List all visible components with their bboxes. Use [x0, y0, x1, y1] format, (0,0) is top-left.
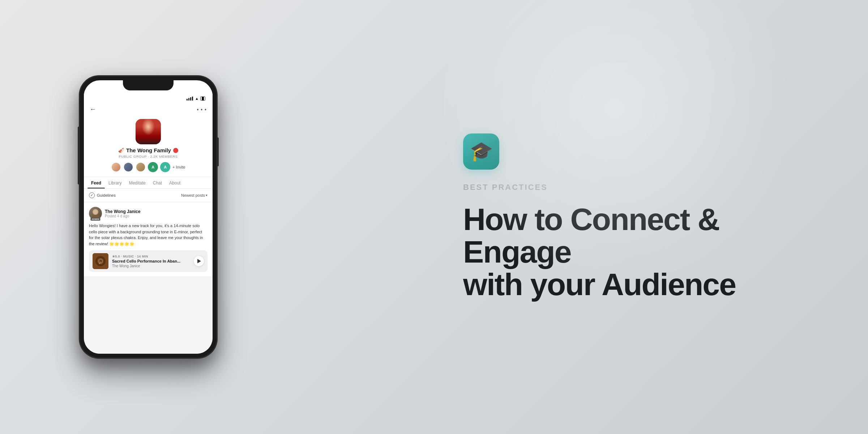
post-text: Hello Wongies! I have a new track for yo…: [89, 223, 208, 247]
sort-button[interactable]: Newest posts ▾: [181, 193, 208, 197]
screen-content: ▲ █ ← • • • 🎻 The Wong Family: [84, 90, 213, 354]
phone-screen: ▲ █ ← • • • 🎻 The Wong Family: [84, 80, 213, 354]
guidelines-icon: ✓: [89, 192, 95, 198]
member-avatars-row: A A + Invite: [111, 162, 185, 172]
guidelines-left: ✓ Guidelines: [89, 192, 116, 198]
feed-content: ✓ Guidelines Newest posts ▾: [84, 189, 213, 277]
more-menu-button[interactable]: • • •: [197, 107, 207, 112]
back-button[interactable]: ←: [90, 106, 96, 113]
group-name: The Wong Family: [126, 147, 171, 153]
play-icon: [197, 259, 201, 263]
post-author-name: The Wong Janice: [105, 209, 208, 214]
tab-feed[interactable]: Feed: [87, 177, 105, 188]
music-thumbnail: ♪: [93, 253, 108, 269]
music-title: Sacred Cello Performance In Aban...: [112, 259, 190, 263]
signal-icon: [187, 97, 193, 101]
tab-about[interactable]: About: [166, 177, 184, 188]
phone-device: ▲ █ ← • • • 🎻 The Wong Family: [80, 76, 217, 358]
post-avatar-wrap: ADMIN: [89, 207, 102, 220]
status-bar: ▲ █: [84, 90, 213, 103]
member-avatar-2: [123, 162, 133, 172]
admin-badge: ADMIN: [90, 218, 100, 221]
sort-label: Newest posts: [181, 193, 205, 197]
music-artist: The Wong Janice: [112, 264, 190, 268]
headline-line2: with your Audience: [463, 267, 736, 302]
music-rating: ★5.0: [112, 255, 120, 258]
post-time: Posted 4 d ago: [105, 214, 208, 218]
right-section: 🎓 BEST PRACTICES How to Connect & Engage…: [434, 133, 868, 301]
post-card: ADMIN The Wong Janice Posted 4 d ago Hel…: [84, 203, 213, 276]
group-name-emoji: 🎻: [118, 148, 124, 153]
battery-icon: █: [200, 97, 205, 101]
phone-notch: [123, 80, 174, 90]
svg-point-2: [93, 210, 98, 214]
member-avatar-4: A: [148, 162, 158, 172]
main-headline: How to Connect & Engage with your Audien…: [463, 203, 825, 301]
best-practices-label: BEST PRACTICES: [463, 183, 825, 192]
group-avatar: [136, 119, 161, 144]
group-profile: 🎻 The Wong Family PUBLIC GROUP · 2.2K ME…: [84, 117, 213, 177]
headline-line1: How to Connect & Engage: [463, 202, 719, 269]
post-author-row: ADMIN The Wong Janice Posted 4 d ago: [89, 207, 208, 220]
invite-button[interactable]: + Invite: [172, 165, 185, 169]
app-header: ← • • •: [84, 103, 213, 117]
group-badge-circle: [173, 148, 178, 153]
tab-navigation: Feed Library Meditate Chat About: [84, 177, 213, 189]
graduation-cap-icon: 🎓: [470, 140, 493, 162]
member-avatar-3: [136, 162, 146, 172]
music-duration: 14 MIN: [137, 255, 148, 258]
post-author-info: The Wong Janice Posted 4 d ago: [105, 209, 208, 218]
phone-section: ▲ █ ← • • • 🎻 The Wong Family: [0, 0, 253, 434]
svg-text:♪: ♪: [98, 258, 102, 265]
group-meta: PUBLIC GROUP · 2.2K MEMBERS: [119, 154, 178, 158]
music-thumbnail-svg: ♪: [93, 253, 108, 269]
group-avatar-image: [136, 119, 161, 144]
guidelines-bar: ✓ Guidelines Newest posts ▾: [84, 189, 213, 202]
music-info: ★5.0 · MUSIC · 14 MIN Sacred Cello Perfo…: [112, 255, 190, 268]
status-icons: ▲ █: [187, 97, 205, 101]
guidelines-label: Guidelines: [97, 193, 116, 197]
tab-meditate[interactable]: Meditate: [125, 177, 149, 188]
wifi-icon: ▲: [195, 97, 198, 101]
group-name-row: 🎻 The Wong Family: [118, 147, 178, 153]
music-card[interactable]: ♪ ★5.0 · MUSIC · 14 MIN Sacred Cello Per…: [89, 250, 208, 272]
sort-chevron-icon: ▾: [206, 193, 208, 197]
play-button[interactable]: [194, 256, 204, 266]
member-avatar-5: A: [160, 162, 170, 172]
tab-library[interactable]: Library: [105, 177, 125, 188]
app-icon: 🎓: [463, 133, 499, 170]
tab-chat[interactable]: Chat: [149, 177, 166, 188]
music-meta: ★5.0 · MUSIC · 14 MIN: [112, 255, 190, 258]
member-avatar-1: [111, 162, 121, 172]
music-category: MUSIC: [123, 255, 134, 258]
